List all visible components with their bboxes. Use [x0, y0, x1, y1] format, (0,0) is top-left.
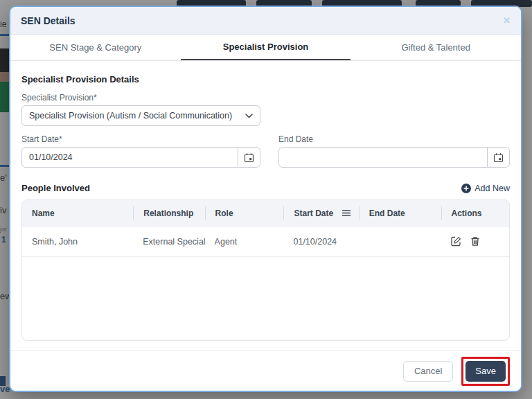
save-button[interactable]: Save	[466, 361, 506, 382]
cell-start-date: 01/10/2024	[283, 237, 358, 247]
start-date-input[interactable]	[22, 148, 238, 167]
edit-icon[interactable]	[451, 236, 461, 247]
close-icon[interactable]: ✕	[503, 16, 511, 25]
sen-details-modal: SEN Details ✕ SEN Stage & Category Speci…	[9, 6, 522, 392]
modal-body: Specialist Provision Details Specialist …	[10, 61, 521, 341]
cell-name: Smith, John	[22, 237, 133, 247]
cell-actions	[441, 236, 509, 247]
section-title-provision-details: Specialist Provision Details	[21, 74, 510, 85]
cell-role: Agent	[205, 237, 284, 247]
end-date-label: End Date	[278, 134, 510, 144]
save-annotation-highlight: Save	[461, 357, 510, 386]
end-date-input[interactable]	[279, 148, 487, 167]
specialist-provision-select[interactable]: Specialist Provision (Autism / Social Co…	[21, 105, 260, 126]
table-header-row: Name Relationship Role Start Date End Da…	[22, 200, 509, 227]
specialist-provision-selected-value: Specialist Provision (Autism / Social Co…	[29, 111, 232, 121]
calendar-icon[interactable]	[487, 148, 509, 167]
section-title-people-involved: People Involved	[21, 183, 90, 193]
column-header-start-date[interactable]: Start Date	[283, 206, 358, 220]
modal-title: SEN Details	[21, 15, 76, 26]
cell-relationship: External Specialist	[133, 237, 204, 247]
chevron-down-icon	[245, 114, 253, 118]
modal-header: SEN Details ✕	[10, 7, 521, 35]
start-date-field	[21, 147, 260, 168]
column-header-end-date[interactable]: End Date	[359, 206, 441, 220]
tab-sen-stage-category[interactable]: SEN Stage & Category	[10, 35, 181, 60]
column-header-start-date-label: Start Date	[294, 209, 333, 218]
tab-specialist-provision[interactable]: Specialist Provision	[181, 35, 351, 60]
modal-tabs: SEN Stage & Category Specialist Provisio…	[10, 35, 521, 61]
people-involved-table: Name Relationship Role Start Date End Da…	[21, 200, 510, 341]
column-header-relationship[interactable]: Relationship	[133, 206, 204, 220]
plus-circle-icon	[461, 184, 471, 193]
modal-footer: Cancel Save	[10, 351, 521, 391]
column-header-name[interactable]: Name	[22, 206, 133, 220]
add-new-label: Add New	[475, 184, 510, 193]
calendar-icon[interactable]	[238, 148, 260, 167]
column-header-role[interactable]: Role	[205, 206, 284, 220]
start-date-label: Start Date*	[21, 134, 260, 144]
menu-lines-icon[interactable]	[342, 210, 351, 216]
cancel-button[interactable]: Cancel	[403, 361, 453, 382]
add-new-button[interactable]: Add New	[461, 184, 510, 193]
specialist-provision-label: Specialist Provision*	[21, 93, 510, 103]
trash-icon[interactable]	[470, 236, 480, 247]
tab-gifted-talented[interactable]: Gifted & Talented	[351, 35, 521, 60]
table-row: Smith, John External Specialist Agent 01…	[22, 227, 509, 257]
end-date-field	[278, 147, 510, 168]
column-header-actions: Actions	[441, 206, 509, 220]
